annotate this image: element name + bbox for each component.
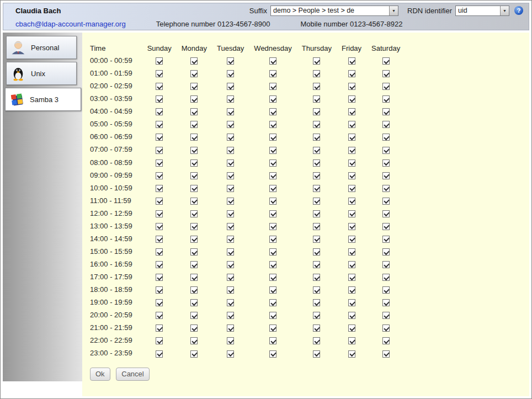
logon-hour-checkbox[interactable] <box>190 95 198 103</box>
logon-hour-checkbox[interactable] <box>382 299 390 306</box>
logon-hour-checkbox[interactable] <box>227 108 234 115</box>
logon-hour-checkbox[interactable] <box>190 350 198 358</box>
logon-hour-checkbox[interactable] <box>227 185 234 192</box>
logon-hour-checkbox[interactable] <box>269 198 276 205</box>
logon-hour-checkbox[interactable] <box>269 70 276 77</box>
email-link[interactable]: cbach@ldap-account-manager.org <box>15 20 126 28</box>
logon-hour-checkbox[interactable] <box>190 210 198 217</box>
logon-hour-checkbox[interactable] <box>156 198 163 205</box>
logon-hour-checkbox[interactable] <box>227 57 234 65</box>
logon-hour-checkbox[interactable] <box>313 274 320 281</box>
logon-hour-checkbox[interactable] <box>313 261 320 268</box>
logon-hour-checkbox[interactable] <box>190 185 198 192</box>
logon-hour-checkbox[interactable] <box>190 70 198 77</box>
logon-hour-checkbox[interactable] <box>227 83 234 90</box>
logon-hour-checkbox[interactable] <box>382 337 390 344</box>
logon-hour-checkbox[interactable] <box>382 83 390 90</box>
logon-hour-checkbox[interactable] <box>313 70 320 77</box>
logon-hour-checkbox[interactable] <box>269 57 276 65</box>
logon-hour-checkbox[interactable] <box>156 236 163 243</box>
logon-hour-checkbox[interactable] <box>190 248 198 256</box>
logon-hour-checkbox[interactable] <box>269 210 276 217</box>
logon-hour-checkbox[interactable] <box>156 159 163 167</box>
logon-hour-checkbox[interactable] <box>269 108 276 115</box>
logon-hour-checkbox[interactable] <box>382 248 390 256</box>
logon-hour-checkbox[interactable] <box>227 337 234 344</box>
logon-hour-checkbox[interactable] <box>269 350 276 358</box>
logon-hour-checkbox[interactable] <box>156 350 163 358</box>
logon-hour-checkbox[interactable] <box>156 223 163 230</box>
cancel-button[interactable]: Cancel <box>116 368 149 381</box>
logon-hour-checkbox[interactable] <box>269 172 276 179</box>
logon-hour-checkbox[interactable] <box>269 337 276 344</box>
logon-hour-checkbox[interactable] <box>156 299 163 306</box>
logon-hour-checkbox[interactable] <box>156 95 163 103</box>
logon-hour-checkbox[interactable] <box>348 95 355 103</box>
logon-hour-checkbox[interactable] <box>313 121 320 128</box>
logon-hour-checkbox[interactable] <box>227 248 234 256</box>
logon-hour-checkbox[interactable] <box>382 185 390 192</box>
logon-hour-checkbox[interactable] <box>156 286 163 294</box>
logon-hour-checkbox[interactable] <box>190 261 198 268</box>
logon-hour-checkbox[interactable] <box>190 57 198 65</box>
help-icon[interactable]: ? <box>514 6 523 15</box>
logon-hour-checkbox[interactable] <box>313 198 320 205</box>
logon-hour-checkbox[interactable] <box>190 312 198 319</box>
logon-hour-checkbox[interactable] <box>156 147 163 154</box>
logon-hour-checkbox[interactable] <box>382 172 390 179</box>
logon-hour-checkbox[interactable] <box>190 159 198 167</box>
logon-hour-checkbox[interactable] <box>382 147 390 154</box>
logon-hour-checkbox[interactable] <box>227 198 234 205</box>
logon-hour-checkbox[interactable] <box>382 57 390 65</box>
rdn-identifier-select[interactable]: uid ▼ <box>455 6 509 16</box>
logon-hour-checkbox[interactable] <box>190 172 198 179</box>
logon-hour-checkbox[interactable] <box>382 286 390 294</box>
logon-hour-checkbox[interactable] <box>382 312 390 319</box>
logon-hour-checkbox[interactable] <box>348 185 355 192</box>
logon-hour-checkbox[interactable] <box>227 312 234 319</box>
logon-hour-checkbox[interactable] <box>227 324 234 332</box>
logon-hour-checkbox[interactable] <box>269 185 276 192</box>
logon-hour-checkbox[interactable] <box>156 83 163 90</box>
logon-hour-checkbox[interactable] <box>348 108 355 115</box>
logon-hour-checkbox[interactable] <box>348 223 355 230</box>
logon-hour-checkbox[interactable] <box>190 108 198 115</box>
logon-hour-checkbox[interactable] <box>227 236 234 243</box>
logon-hour-checkbox[interactable] <box>156 261 163 268</box>
logon-hour-checkbox[interactable] <box>156 248 163 256</box>
logon-hour-checkbox[interactable] <box>313 172 320 179</box>
logon-hour-checkbox[interactable] <box>348 57 355 65</box>
logon-hour-checkbox[interactable] <box>269 261 276 268</box>
logon-hour-checkbox[interactable] <box>313 83 320 90</box>
logon-hour-checkbox[interactable] <box>156 134 163 141</box>
logon-hour-checkbox[interactable] <box>348 121 355 128</box>
logon-hour-checkbox[interactable] <box>382 95 390 103</box>
logon-hour-checkbox[interactable] <box>156 108 163 115</box>
logon-hour-checkbox[interactable] <box>190 236 198 243</box>
tab-personal[interactable]: Personal <box>6 36 77 59</box>
logon-hour-checkbox[interactable] <box>313 236 320 243</box>
logon-hour-checkbox[interactable] <box>190 337 198 344</box>
logon-hour-checkbox[interactable] <box>269 121 276 128</box>
logon-hour-checkbox[interactable] <box>313 299 320 306</box>
logon-hour-checkbox[interactable] <box>269 236 276 243</box>
logon-hour-checkbox[interactable] <box>313 134 320 141</box>
logon-hour-checkbox[interactable] <box>348 274 355 281</box>
logon-hour-checkbox[interactable] <box>313 57 320 65</box>
logon-hour-checkbox[interactable] <box>382 159 390 167</box>
logon-hour-checkbox[interactable] <box>227 159 234 167</box>
logon-hour-checkbox[interactable] <box>348 159 355 167</box>
logon-hour-checkbox[interactable] <box>227 261 234 268</box>
logon-hour-checkbox[interactable] <box>313 324 320 332</box>
logon-hour-checkbox[interactable] <box>156 337 163 344</box>
logon-hour-checkbox[interactable] <box>227 95 234 103</box>
ok-button[interactable]: Ok <box>90 368 110 381</box>
logon-hour-checkbox[interactable] <box>227 121 234 128</box>
logon-hour-checkbox[interactable] <box>227 210 234 217</box>
logon-hour-checkbox[interactable] <box>382 261 390 268</box>
logon-hour-checkbox[interactable] <box>269 223 276 230</box>
logon-hour-checkbox[interactable] <box>190 299 198 306</box>
logon-hour-checkbox[interactable] <box>382 274 390 281</box>
logon-hour-checkbox[interactable] <box>348 312 355 319</box>
logon-hour-checkbox[interactable] <box>227 286 234 294</box>
